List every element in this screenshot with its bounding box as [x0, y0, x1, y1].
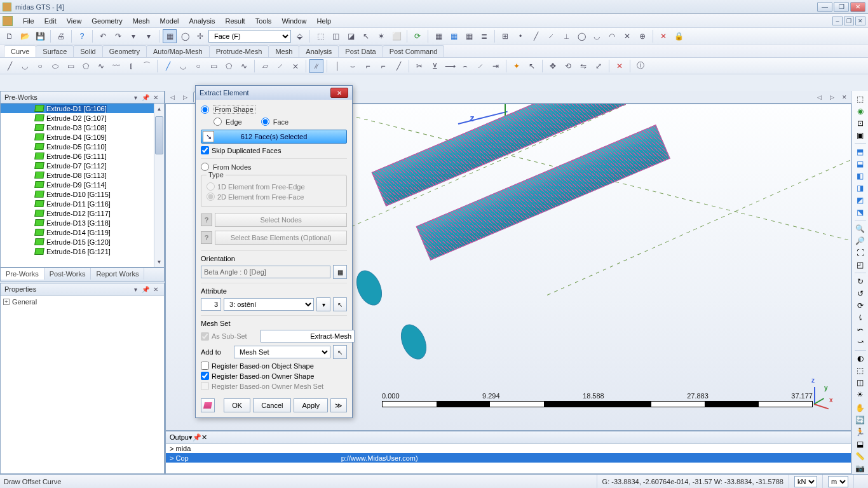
extend-curve-icon[interactable]: ⟶	[443, 59, 457, 73]
tree-item[interactable]: Extrude-D10 [G:115]	[1, 189, 164, 199]
panel-pin-icon[interactable]: 📌	[141, 93, 150, 102]
preworks-tree[interactable]: Extrude-D1 [G:106]Extrude-D2 [G:107]Extr…	[0, 104, 165, 268]
hand-icon[interactable]: ✋	[854, 403, 867, 414]
chamfer-icon[interactable]: ⟋	[473, 59, 487, 73]
attribute-select[interactable]: 3: ostění	[224, 298, 314, 311]
arc3d-icon[interactable]: ◡	[176, 59, 190, 73]
mdi-restore-button[interactable]: ❐	[844, 17, 854, 25]
snap-circle-icon[interactable]: ◯	[574, 29, 588, 43]
select-all-icon[interactable]: ⬚	[313, 29, 327, 43]
from-shape-radio[interactable]	[201, 105, 209, 114]
pick-arrow-icon[interactable]: ↘	[203, 131, 214, 142]
skip-duplicated-checkbox[interactable]: Skip Duplicated Faces	[201, 146, 347, 154]
tree-item[interactable]: Extrude-D12 [G:117]	[1, 208, 164, 218]
poly3d-icon[interactable]: ⬠	[222, 59, 236, 73]
mesh-icon[interactable]: ▦	[462, 29, 476, 43]
spline-icon[interactable]: ∿	[94, 59, 108, 73]
light-icon[interactable]: ☀	[854, 390, 867, 400]
rotate-view-icon[interactable]: 🔄	[854, 415, 867, 426]
tree-item[interactable]: Extrude-D3 [G:108]	[1, 123, 164, 132]
menu-view[interactable]: View	[62, 16, 87, 26]
output-pin-icon[interactable]: 📌	[193, 433, 201, 442]
mdi-close-button[interactable]: ✕	[855, 17, 865, 25]
scroll-up-icon[interactable]: ▲	[154, 104, 164, 114]
menu-analysis[interactable]: Analysis	[184, 16, 220, 26]
hidden-icon[interactable]: ◫	[854, 377, 867, 388]
radio-from-shape[interactable]: From Shape	[201, 105, 347, 114]
snap-grid-icon[interactable]: ⊞	[498, 29, 512, 43]
help-icon[interactable]: ?	[75, 29, 89, 43]
open-icon[interactable]: 📂	[18, 29, 32, 43]
attribute-pick-button[interactable]: ↖	[333, 297, 347, 311]
line-icon[interactable]: ╱	[3, 59, 17, 73]
seg-arc-icon[interactable]: ⌣	[346, 59, 360, 73]
rot-z-icon[interactable]: ⟳	[854, 300, 867, 311]
from-nodes-radio[interactable]	[201, 163, 209, 171]
fillet-icon[interactable]: ⌢	[458, 59, 472, 73]
circle3d-icon[interactable]: ○	[191, 59, 205, 73]
expand-icon[interactable]: +	[3, 299, 10, 305]
select-cross-icon[interactable]: ✢	[193, 29, 207, 43]
menu-help[interactable]: Help	[312, 16, 337, 26]
intersect-icon[interactable]: ⨯	[288, 59, 302, 73]
snap-end-icon[interactable]: ╱	[529, 29, 543, 43]
menu-result[interactable]: Result	[220, 16, 250, 26]
extend-icon[interactable]: ✶	[374, 29, 388, 43]
more-button[interactable]: ≫	[330, 398, 347, 412]
snap-tangent-icon[interactable]: ◠	[605, 29, 619, 43]
view-top-icon[interactable]: ⬒	[854, 146, 867, 157]
tab-postcmd[interactable]: Post Command	[383, 45, 445, 57]
view-bottom-icon[interactable]: ⬓	[854, 158, 867, 169]
table-icon[interactable]: ▦	[431, 29, 445, 43]
snap-arc-icon[interactable]: ◡	[590, 29, 604, 43]
output-close-icon[interactable]: ✕	[201, 433, 207, 442]
bspline-icon[interactable]: 〰	[109, 59, 123, 73]
props-dropdown-icon[interactable]: ▾	[131, 285, 140, 294]
view-left-icon[interactable]: ◧	[854, 170, 867, 181]
view-iso2-icon[interactable]: ⬔	[854, 207, 867, 217]
onface-icon[interactable]: ▱	[258, 59, 272, 73]
menu-window[interactable]: Window	[276, 16, 311, 26]
snap-center-icon[interactable]: ⊕	[635, 29, 649, 43]
zoom-window-icon[interactable]: ◰	[854, 259, 867, 270]
view-iso1-icon[interactable]: ◩	[854, 194, 867, 205]
close-button[interactable]: ✕	[850, 2, 865, 12]
break-icon[interactable]: ⊻	[428, 59, 442, 73]
offset-icon[interactable]: ⫽	[309, 59, 323, 73]
attribute-menu-button[interactable]: ▾	[316, 297, 330, 311]
menu-tools[interactable]: Tools	[250, 16, 277, 26]
tab-surface[interactable]: Surface	[36, 45, 74, 57]
minimize-button[interactable]: —	[817, 2, 832, 12]
maximize-button[interactable]: ❐	[834, 2, 849, 12]
tree-item[interactable]: Extrude-D9 [G:114]	[1, 180, 164, 189]
menu-geometry[interactable]: Geometry	[86, 16, 127, 26]
tunnel-icon[interactable]: ⌒	[140, 59, 154, 73]
ellipse-icon[interactable]: ⬭	[48, 59, 62, 73]
shade-icon[interactable]: ◐	[854, 353, 867, 363]
tab-preworks[interactable]: Pre-Works	[1, 268, 44, 280]
tree-item[interactable]: Extrude-D4 [G:109]	[1, 132, 164, 142]
panel-dropdown-icon[interactable]: ▾	[131, 93, 140, 102]
wire-icon[interactable]: ⬚	[854, 365, 867, 376]
section-icon[interactable]: ⬓	[854, 439, 867, 450]
info-icon[interactable]: ⓘ	[634, 59, 648, 73]
tab-analysis[interactable]: Analysis	[299, 45, 339, 57]
save-icon[interactable]: 💾	[33, 29, 47, 43]
zoom-out-icon[interactable]: 🔎	[854, 235, 867, 246]
pick-curve-icon[interactable]: ↖	[525, 59, 539, 73]
doc-next2-icon[interactable]: ▷	[827, 93, 836, 102]
tree-item[interactable]: Extrude-D8 [G:113]	[1, 170, 164, 180]
view-front-icon[interactable]: ◉	[854, 105, 867, 116]
tab-mesh[interactable]: Mesh	[268, 45, 299, 57]
redo-icon[interactable]: ↷	[111, 29, 125, 43]
selection-mode-select[interactable]: Face (F)	[208, 30, 291, 43]
tab-protrude[interactable]: Protrude-Mesh	[209, 45, 269, 57]
panel-close-icon[interactable]: ✕	[151, 93, 160, 102]
undo-dropdown-icon[interactable]: ▾	[126, 29, 140, 43]
doc-prev2-icon[interactable]: ◁	[815, 93, 824, 102]
selected-faces-button[interactable]: ↘ 612 Face(s) Selected	[201, 130, 347, 144]
merge-icon[interactable]: ⇥	[489, 59, 503, 73]
line3d-icon[interactable]: ╱	[161, 59, 175, 73]
seg-up-icon[interactable]: ⌐	[361, 59, 375, 73]
rot-left-icon[interactable]: ⤺	[854, 324, 867, 335]
